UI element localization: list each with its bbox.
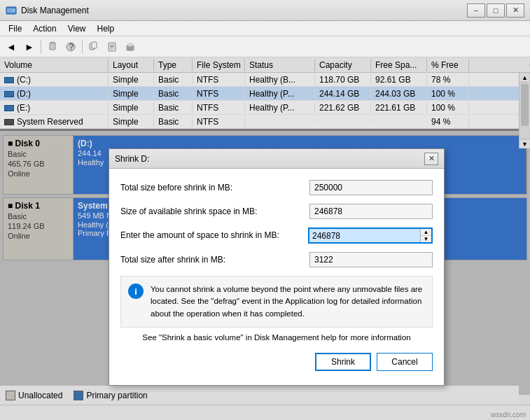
minimize-button[interactable]: − [467,4,485,18]
svg-rect-4 [50,42,55,43]
field-4-value: 3122 [309,252,433,267]
dialog-footer: Shrink Cancel [120,353,433,374]
toolbar-forward[interactable]: ► [21,38,38,55]
window-controls: − □ ✕ [467,4,524,18]
svg-rect-15 [128,48,132,48]
spin-buttons: ▲ ▼ [420,229,431,242]
field-1-label: Total size before shrink in MB: [120,182,309,194]
svg-text:?: ? [69,42,74,52]
dialog-link: See "Shrink a basic volume" in Disk Mana… [120,333,433,342]
field-1-value: 250000 [309,180,433,195]
app-icon [6,5,17,16]
toolbar-clipboard[interactable] [44,38,61,55]
menu-bar: File Action View Help [0,21,530,36]
svg-rect-8 [92,42,97,48]
svg-point-2 [13,9,15,11]
svg-rect-14 [128,43,132,46]
dialog-info-box: i You cannot shrink a volume beyond the … [120,276,433,328]
shrink-button[interactable]: Shrink [315,353,371,371]
shrink-amount-input[interactable] [309,229,420,242]
dialog-info-text: You cannot shrink a volume beyond the po… [151,284,425,320]
dialog-row-4: Total size after shrink in MB: 3122 [120,252,433,267]
dialog-title: Shrink D: [115,154,424,164]
field-2-value: 246878 [309,204,433,219]
menu-view[interactable]: View [62,22,92,35]
dialog-overlay: Shrink D: ✕ Total size before shrink in … [0,57,530,420]
field-3-input-wrap: ▲ ▼ [308,227,433,244]
toolbar-sep1 [41,40,41,54]
toolbar-copy[interactable] [85,38,102,55]
toolbar: ◄ ► ? [0,36,530,57]
field-2-label: Size of available shrink space in MB: [120,206,309,218]
menu-action[interactable]: Action [27,22,62,35]
menu-help[interactable]: Help [92,22,120,35]
app-title: Disk Management [21,6,467,15]
svg-rect-10 [110,45,114,46]
toolbar-help[interactable]: ? [62,38,79,55]
svg-rect-16 [128,49,131,50]
dialog-close-button[interactable]: ✕ [424,153,438,165]
toolbar-print[interactable] [122,38,139,55]
toolbar-properties[interactable] [104,38,120,55]
menu-file[interactable]: File [3,22,27,35]
watermark: wsxdn.com [491,411,526,419]
field-3-label: Enter the amount of space to shrink in M… [120,230,308,241]
shrink-dialog: Shrink D: ✕ Total size before shrink in … [109,148,445,386]
svg-rect-3 [50,43,55,50]
maximize-button[interactable]: □ [487,4,505,18]
toolbar-back[interactable]: ◄ [3,38,20,55]
title-bar: Disk Management − □ ✕ [0,0,530,21]
close-button[interactable]: ✕ [506,4,524,18]
dialog-row-1: Total size before shrink in MB: 250000 [120,180,433,195]
dialog-title-bar: Shrink D: ✕ [109,149,444,169]
dialog-row-2: Size of available shrink space in MB: 24… [120,204,433,219]
dialog-body: Total size before shrink in MB: 250000 S… [109,169,444,385]
dialog-row-3: Enter the amount of space to shrink in M… [120,227,433,244]
info-icon: i [128,284,144,299]
spin-up[interactable]: ▲ [421,229,431,236]
spin-down[interactable]: ▼ [421,236,431,242]
cancel-button[interactable]: Cancel [377,353,433,371]
toolbar-sep2 [82,40,83,54]
field-4-label: Total size after shrink in MB: [120,254,309,266]
svg-rect-12 [110,48,113,48]
svg-rect-11 [110,46,114,47]
